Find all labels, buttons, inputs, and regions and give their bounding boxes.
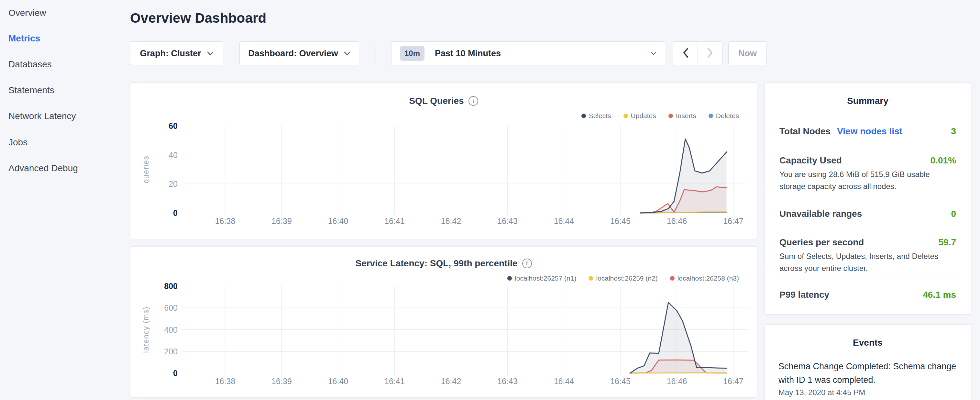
divider <box>780 227 956 227</box>
svg-text:16:43: 16:43 <box>497 377 518 386</box>
capacity-used-description: You are using 28.6 MiB of 515.9 GiB usab… <box>780 168 958 192</box>
dashboard-dropdown[interactable]: Dashboard: Overview <box>239 41 359 65</box>
event-item: Schema Change Completed: Schema change w… <box>778 360 959 387</box>
page-title: Overview Dashboard <box>130 10 266 26</box>
svg-text:600: 600 <box>164 303 178 312</box>
svg-text:0: 0 <box>173 209 178 217</box>
svg-text:16:38: 16:38 <box>215 377 235 386</box>
now-button[interactable]: Now <box>728 41 767 65</box>
svg-text:60: 60 <box>169 121 178 131</box>
svg-text:16:38: 16:38 <box>215 217 235 226</box>
chevron-right-icon <box>707 48 713 59</box>
time-range-selector[interactable]: 10m Past 10 Minutes <box>391 41 665 65</box>
svg-text:16:41: 16:41 <box>384 217 405 226</box>
svg-text:16:40: 16:40 <box>328 377 348 386</box>
events-panel: Events Schema Change Completed: Schema c… <box>765 324 971 400</box>
summary-panel: Summary Total Nodes View nodes list 3 Ca… <box>765 83 971 315</box>
sidebar: Overview Metrics Databases Statements Ne… <box>0 0 130 400</box>
sidebar-item-network-latency[interactable]: Network Latency <box>8 111 76 121</box>
graph-scope-label: Graph: Cluster <box>140 49 201 59</box>
controls-divider <box>375 43 376 64</box>
divider <box>780 280 956 280</box>
queries-per-second-value: 59.7 <box>939 237 956 247</box>
graph-scope-dropdown[interactable]: Graph: Cluster <box>130 41 223 65</box>
events-title: Events <box>765 338 970 348</box>
summary-row-unavailable-ranges: Unavailable ranges 0 <box>780 209 956 219</box>
svg-text:400: 400 <box>164 325 178 334</box>
p99-latency-value: 46.1 ms <box>923 290 956 300</box>
svg-text:16:46: 16:46 <box>667 217 687 226</box>
event-timestamp: May 13, 2020 at 4:45 PM <box>778 388 865 397</box>
chevron-down-icon <box>207 51 213 56</box>
summary-row-queries-per-second: Queries per second 59.7 <box>780 237 956 247</box>
svg-text:40: 40 <box>169 150 178 159</box>
sidebar-item-statements[interactable]: Statements <box>8 85 54 96</box>
svg-text:16:47: 16:47 <box>723 377 743 386</box>
svg-text:16:45: 16:45 <box>610 377 631 386</box>
svg-text:16:44: 16:44 <box>554 377 574 386</box>
sidebar-item-jobs[interactable]: Jobs <box>8 137 27 148</box>
svg-text:200: 200 <box>164 347 178 356</box>
svg-text:16:46: 16:46 <box>667 377 687 386</box>
chevron-down-icon <box>651 51 657 55</box>
sql-queries-chart[interactable]: 16:3816:3916:4016:4116:4216:4316:4416:45… <box>130 83 757 239</box>
svg-text:20: 20 <box>169 179 178 188</box>
svg-text:16:42: 16:42 <box>441 377 461 386</box>
svg-text:16:40: 16:40 <box>328 217 348 226</box>
svg-text:16:47: 16:47 <box>723 217 743 226</box>
service-latency-card: Service Latency: SQL, 99th percentile i … <box>130 246 757 398</box>
svg-text:16:39: 16:39 <box>272 217 292 226</box>
dashboard-label: Dashboard: Overview <box>248 49 338 59</box>
svg-text:16:45: 16:45 <box>610 217 631 226</box>
summary-row-capacity-used: Capacity Used 0.01% <box>780 155 956 166</box>
svg-text:16:42: 16:42 <box>441 217 461 226</box>
time-step-buttons <box>673 41 722 65</box>
next-time-button[interactable] <box>698 41 722 65</box>
capacity-used-value: 0.01% <box>931 155 956 166</box>
queries-per-second-description: Sum of Selects, Updates, Inserts, and De… <box>780 250 958 274</box>
previous-time-button[interactable] <box>673 41 698 65</box>
service-latency-chart[interactable]: 16:3816:3916:4016:4116:4216:4316:4416:45… <box>130 247 757 398</box>
chevron-left-icon <box>682 48 689 59</box>
time-window-badge: 10m <box>400 46 425 61</box>
chevron-down-icon <box>344 51 350 56</box>
svg-text:800: 800 <box>164 282 178 291</box>
time-window-label: Past 10 Minutes <box>435 49 501 59</box>
sidebar-item-advanced-debug[interactable]: Advanced Debug <box>8 163 78 174</box>
svg-text:latency (ms): latency (ms) <box>142 306 150 353</box>
summary-row-p99-latency: P99 latency 46.1 ms <box>780 290 956 300</box>
sidebar-item-overview[interactable]: Overview <box>8 8 46 18</box>
sql-queries-card: SQL Queries i Selects Updates Inserts De… <box>130 83 757 239</box>
sidebar-item-databases[interactable]: Databases <box>8 59 52 70</box>
view-nodes-list-link[interactable]: View nodes list <box>837 126 902 137</box>
divider <box>780 146 956 146</box>
summary-title: Summary <box>765 96 970 106</box>
unavailable-ranges-value: 0 <box>951 209 956 219</box>
summary-row-total-nodes: Total Nodes View nodes list 3 <box>780 126 956 137</box>
svg-text:16:39: 16:39 <box>272 377 292 386</box>
svg-text:16:41: 16:41 <box>384 377 405 386</box>
svg-text:0: 0 <box>173 369 178 378</box>
svg-text:16:43: 16:43 <box>497 217 518 226</box>
svg-text:queries: queries <box>142 156 150 183</box>
svg-text:16:44: 16:44 <box>554 217 574 226</box>
sidebar-item-metrics[interactable]: Metrics <box>8 33 40 44</box>
total-nodes-value: 3 <box>951 126 956 137</box>
